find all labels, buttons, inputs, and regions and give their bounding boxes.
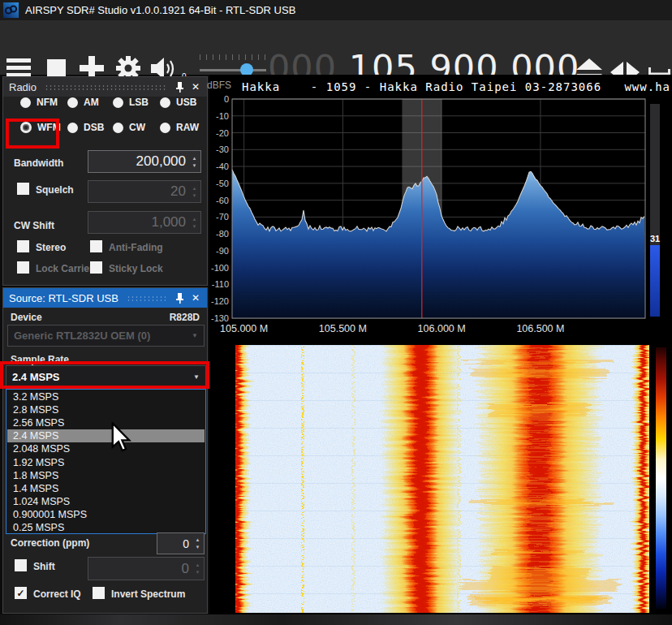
shift-spinner: ▲▼ — [192, 562, 204, 575]
mode-label: NFM — [37, 97, 58, 108]
svg-text:-40: -40 — [216, 162, 229, 171]
sample-rate-option[interactable]: 0.900001 MSPS — [7, 508, 205, 521]
squelch-label: Squelch — [36, 184, 74, 196]
window-title: AIRSPY SDR# Studio v1.0.0.1921 64-Bit - … — [25, 4, 295, 16]
sample-rate-option[interactable]: 3.2 MSPS — [7, 390, 205, 403]
bandwidth-input[interactable]: 200,000 ▲▼ — [88, 150, 201, 173]
svg-text:-30: -30 — [216, 144, 229, 154]
svg-text:-60: -60 — [216, 196, 229, 205]
mode-am[interactable]: AM — [67, 97, 99, 108]
mode-label: USB — [176, 97, 196, 108]
correct-iq-label: Correct IQ — [33, 588, 81, 600]
mode-raw[interactable]: RAW — [160, 122, 199, 133]
waterfall-display[interactable] — [235, 345, 649, 613]
correct-iq-checkbox[interactable]: ✓ — [15, 587, 27, 599]
mode-dsb[interactable]: DSB — [67, 122, 104, 133]
sticky-lock-label: Sticky Lock — [109, 263, 163, 274]
sample-rate-option[interactable]: 1.8 MSPS — [7, 469, 205, 482]
mode-nfm[interactable]: NFM — [20, 97, 58, 108]
mode-label: AM — [84, 97, 99, 108]
source-panel: Source: RTL-SDR USB ✕ Device R828D Gener… — [2, 287, 208, 614]
svg-text:-90: -90 — [216, 246, 229, 256]
red-annotation-sample-rate — [0, 361, 209, 389]
shift-input: 0 ▲▼ — [88, 557, 205, 580]
mode-cw[interactable]: CW — [113, 122, 145, 133]
close-icon[interactable]: ✕ — [190, 292, 201, 304]
radio-button[interactable] — [160, 97, 170, 108]
sample-rate-option[interactable]: 2.4 MSPS — [7, 429, 205, 442]
device-chip: R828D — [170, 312, 200, 323]
title-bar: AIRSPY SDR# Studio v1.0.0.1921 64-Bit - … — [0, 0, 672, 20]
lock-carrier-label: Lock Carrier — [36, 263, 93, 274]
squelch-spinner: ▲▼ — [188, 186, 200, 198]
radio-panel-header: Radio ✕ — [3, 77, 207, 97]
radio-button[interactable] — [113, 123, 123, 133]
squelch-value: 20 — [88, 183, 188, 200]
mode-usb[interactable]: USB — [160, 97, 196, 108]
svg-text:-130: -130 — [211, 313, 229, 323]
sample-rate-option[interactable]: 1.4 MSPS — [7, 482, 205, 495]
slider-ticks-top — [200, 54, 266, 60]
device-combo: Generic RTL2832U OEM (0) ▼ — [7, 325, 205, 347]
correction-spinner[interactable]: ▲▼ — [192, 537, 204, 550]
sample-rate-option[interactable]: 1.92 MSPS — [7, 456, 205, 469]
bandwidth-spinner[interactable]: ▲▼ — [188, 156, 200, 168]
pin-icon[interactable] — [175, 82, 187, 93]
sample-rate-option[interactable]: 2.56 MSPS — [7, 416, 205, 429]
cw-shift-label: CW Shift — [14, 220, 54, 231]
correction-label: Correction (ppm) — [11, 537, 89, 549]
sample-rate-option[interactable]: 2.8 MSPS — [7, 403, 205, 416]
device-value: Generic RTL2832U OEM (0) — [14, 330, 192, 342]
svg-text:-10: -10 — [216, 111, 229, 121]
mode-label: LSB — [129, 97, 149, 108]
shift-checkbox[interactable] — [15, 559, 27, 571]
invert-spectrum-label: Invert Spectrum — [111, 588, 185, 600]
snr-meter-fill — [650, 245, 660, 317]
invert-spectrum-checkbox[interactable] — [93, 587, 105, 599]
anti-fading-label: Anti-Fading — [109, 242, 163, 253]
panel-header-texture — [127, 295, 166, 303]
svg-text:105.500 M: 105.500 M — [319, 323, 367, 334]
spectrum-display[interactable]: 0-10-20-30-40-50-60-70-80-90-100-110-120… — [209, 93, 672, 336]
radio-panel-title: Radio — [9, 81, 37, 93]
radio-button[interactable] — [67, 97, 78, 108]
chevron-down-icon: ▼ — [192, 332, 198, 339]
app-logo-icon — [3, 2, 19, 18]
anti-fading-checkbox — [90, 240, 102, 252]
close-icon[interactable]: ✕ — [190, 81, 201, 93]
svg-text:-100: -100 — [211, 263, 229, 273]
waterfall-panel — [209, 343, 672, 615]
device-label: Device — [11, 312, 42, 323]
stereo-checkbox[interactable] — [17, 240, 29, 252]
stop-button[interactable] — [47, 59, 66, 78]
correction-input[interactable]: 0 ▲▼ — [157, 532, 205, 554]
sample-rate-dropdown-list: 3.2 MSPS2.8 MSPS2.56 MSPS2.4 MSPS2.048 M… — [6, 389, 206, 534]
svg-text:-110: -110 — [212, 279, 229, 289]
sticky-lock-checkbox — [90, 261, 102, 274]
sample-rate-option[interactable]: 2.048 MSPS — [7, 442, 205, 455]
bandwidth-value[interactable]: 200,000 — [88, 153, 188, 170]
toolbar: 0 000.105.900.000 — [0, 20, 672, 75]
radio-button[interactable] — [20, 97, 31, 108]
panel-header-texture — [45, 84, 166, 92]
mode-label: CW — [129, 122, 145, 133]
spectrum-panel: dBFS Hakka - 1059 - Hakka Radio Taipei 0… — [209, 75, 672, 343]
svg-text:-80: -80 — [216, 229, 229, 239]
svg-text:105.000 M: 105.000 M — [220, 323, 268, 334]
svg-text:-120: -120 — [211, 296, 229, 306]
pin-icon[interactable] — [175, 293, 187, 304]
squelch-checkbox[interactable] — [17, 183, 29, 195]
svg-text:106.500 M: 106.500 M — [516, 323, 564, 334]
sample-rate-option[interactable]: 1.024 MSPS — [7, 495, 205, 508]
red-annotation-wfm — [6, 119, 59, 149]
mode-lsb[interactable]: LSB — [113, 97, 149, 108]
slider-track[interactable] — [200, 69, 266, 71]
radio-button[interactable] — [113, 97, 123, 108]
menu-button[interactable] — [6, 58, 31, 77]
svg-text:-70: -70 — [216, 212, 229, 222]
cw-shift-input: 1,000 ▲▼ — [88, 211, 201, 234]
squelch-input: 20 ▲▼ — [88, 180, 201, 203]
radio-button[interactable] — [160, 123, 170, 133]
correction-value[interactable]: 0 — [157, 537, 192, 550]
radio-button[interactable] — [67, 123, 78, 133]
